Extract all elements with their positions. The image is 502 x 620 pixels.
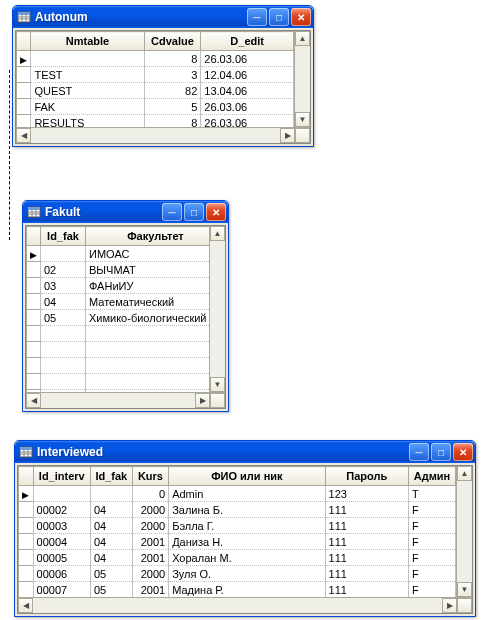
cell-empty[interactable] bbox=[86, 358, 210, 374]
table-row[interactable]: 00005042001Хоралан М.111F bbox=[19, 550, 456, 566]
data-grid[interactable]: Id_fakФакультет▶01ИМОАС02ВЫЧМАТ03ФАНиИУ0… bbox=[25, 225, 226, 409]
column-header[interactable]: Kurs bbox=[132, 467, 169, 486]
cell[interactable]: FAK bbox=[31, 99, 144, 115]
scroll-track[interactable] bbox=[31, 128, 280, 143]
maximize-button[interactable]: □ bbox=[184, 203, 204, 221]
close-button[interactable]: ✕ bbox=[206, 203, 226, 221]
maximize-button[interactable]: □ bbox=[431, 443, 451, 461]
cell-empty[interactable] bbox=[86, 374, 210, 390]
cell[interactable]: 00006 bbox=[33, 566, 90, 582]
column-header[interactable]: Nmtable bbox=[31, 32, 144, 51]
table-row[interactable]: 02ВЫЧМАТ bbox=[27, 262, 210, 278]
cell[interactable] bbox=[90, 486, 132, 502]
cell[interactable]: 00003 bbox=[33, 518, 90, 534]
data-grid[interactable]: Id_intervId_fakKursФИО или никПарольАдми… bbox=[17, 465, 473, 614]
scroll-left-button[interactable]: ◀ bbox=[26, 393, 41, 408]
table-row[interactable]: 04Математический bbox=[27, 294, 210, 310]
cell[interactable]: 2001 bbox=[132, 582, 169, 598]
horizontal-scrollbar[interactable]: ◀▶ bbox=[26, 392, 225, 408]
cell[interactable]: ИМОАС bbox=[86, 246, 210, 262]
cell[interactable]: ФАНиИУ bbox=[86, 278, 210, 294]
cell[interactable]: 02 bbox=[41, 262, 86, 278]
cell[interactable]: 26.03.06 bbox=[201, 115, 294, 128]
cell-empty[interactable] bbox=[41, 326, 86, 342]
scroll-left-button[interactable]: ◀ bbox=[18, 598, 33, 613]
cell[interactable]: 00004 bbox=[33, 534, 90, 550]
cell[interactable]: F bbox=[409, 502, 456, 518]
cell[interactable]: 2001 bbox=[132, 550, 169, 566]
cell[interactable]: 2000 bbox=[132, 566, 169, 582]
cell[interactable]: Мадина Р. bbox=[169, 582, 325, 598]
table-row-empty[interactable] bbox=[27, 358, 210, 374]
table-row[interactable]: ▶01ИМОАС bbox=[27, 246, 210, 262]
column-header[interactable]: Id_fak bbox=[41, 227, 86, 246]
cell[interactable]: 04 bbox=[90, 550, 132, 566]
cell-empty[interactable] bbox=[86, 326, 210, 342]
cell[interactable]: 04 bbox=[90, 518, 132, 534]
titlebar[interactable]: Interviewed─□✕ bbox=[15, 441, 475, 463]
cell-empty[interactable] bbox=[86, 342, 210, 358]
cell[interactable]: 12.04.06 bbox=[201, 67, 294, 83]
table-row[interactable]: ▶000010Admin123T bbox=[19, 486, 456, 502]
close-button[interactable]: ✕ bbox=[291, 8, 311, 26]
scroll-right-button[interactable]: ▶ bbox=[442, 598, 457, 613]
cell[interactable]: 2000 bbox=[132, 518, 169, 534]
titlebar[interactable]: Fakult─□✕ bbox=[23, 201, 228, 223]
table-row[interactable]: 03ФАНиИУ bbox=[27, 278, 210, 294]
cell-empty[interactable] bbox=[41, 342, 86, 358]
data-grid[interactable]: NmtableCdvalueD_edit▶INTERV826.03.06TEST… bbox=[15, 30, 311, 144]
minimize-button[interactable]: ─ bbox=[247, 8, 267, 26]
cell[interactable]: INTERV bbox=[31, 51, 144, 67]
vertical-scrollbar[interactable]: ▲▼ bbox=[209, 226, 225, 392]
scroll-down-button[interactable]: ▼ bbox=[457, 582, 472, 597]
horizontal-scrollbar[interactable]: ◀▶ bbox=[16, 127, 310, 143]
cell[interactable]: F bbox=[409, 582, 456, 598]
cell[interactable]: Бэлла Г. bbox=[169, 518, 325, 534]
cell[interactable]: 111 bbox=[325, 582, 408, 598]
cell[interactable]: TEST bbox=[31, 67, 144, 83]
cell[interactable]: T bbox=[409, 486, 456, 502]
cell[interactable]: Математический bbox=[86, 294, 210, 310]
cell[interactable]: 5 bbox=[144, 99, 201, 115]
cell-empty[interactable] bbox=[41, 374, 86, 390]
cell[interactable]: 05 bbox=[90, 566, 132, 582]
cell[interactable]: RESULTS bbox=[31, 115, 144, 128]
cell[interactable]: Хоралан М. bbox=[169, 550, 325, 566]
scroll-left-button[interactable]: ◀ bbox=[16, 128, 31, 143]
cell[interactable]: 111 bbox=[325, 566, 408, 582]
table-row[interactable]: QUEST8213.04.06 bbox=[17, 83, 294, 99]
cell[interactable]: F bbox=[409, 518, 456, 534]
cell[interactable]: 03 bbox=[41, 278, 86, 294]
table-row[interactable]: FAK526.03.06 bbox=[17, 99, 294, 115]
table-row[interactable]: ▶INTERV826.03.06 bbox=[17, 51, 294, 67]
scroll-right-button[interactable]: ▶ bbox=[195, 393, 210, 408]
cell[interactable]: 04 bbox=[41, 294, 86, 310]
column-header[interactable]: D_edit bbox=[201, 32, 294, 51]
cell[interactable]: 111 bbox=[325, 518, 408, 534]
table-row[interactable]: 00007052001Мадина Р.111F bbox=[19, 582, 456, 598]
scroll-down-button[interactable]: ▼ bbox=[210, 377, 225, 392]
maximize-button[interactable]: □ bbox=[269, 8, 289, 26]
column-header[interactable]: Факультет bbox=[86, 227, 210, 246]
cell[interactable]: 00001 bbox=[33, 486, 90, 502]
cell[interactable]: Admin bbox=[169, 486, 325, 502]
table-row[interactable]: 05Химико-биологический bbox=[27, 310, 210, 326]
cell[interactable]: 111 bbox=[325, 502, 408, 518]
cell[interactable]: Даниза Н. bbox=[169, 534, 325, 550]
scroll-track[interactable] bbox=[457, 481, 472, 582]
column-header[interactable]: Id_fak bbox=[90, 467, 132, 486]
table-row-empty[interactable] bbox=[27, 342, 210, 358]
table-row[interactable]: 00002042000Залина Б.111F bbox=[19, 502, 456, 518]
table-row[interactable]: RESULTS826.03.06 bbox=[17, 115, 294, 128]
cell[interactable]: 2000 bbox=[132, 502, 169, 518]
horizontal-scrollbar[interactable]: ◀▶ bbox=[18, 597, 472, 613]
table-row-empty[interactable] bbox=[27, 326, 210, 342]
vertical-scrollbar[interactable]: ▲▼ bbox=[456, 466, 472, 597]
cell[interactable]: 26.03.06 bbox=[201, 51, 294, 67]
cell[interactable]: 04 bbox=[90, 502, 132, 518]
cell[interactable]: 3 bbox=[144, 67, 201, 83]
scroll-track[interactable] bbox=[41, 393, 195, 408]
column-header[interactable]: ФИО или ник bbox=[169, 467, 325, 486]
scroll-up-button[interactable]: ▲ bbox=[210, 226, 225, 241]
table-row[interactable]: TEST312.04.06 bbox=[17, 67, 294, 83]
